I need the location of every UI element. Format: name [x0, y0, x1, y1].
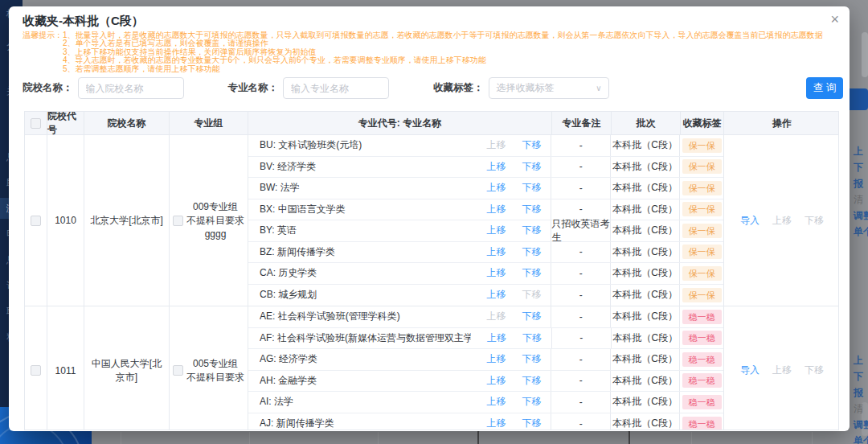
major-remark: - [551, 178, 611, 199]
row-checkbox-cell [25, 135, 47, 306]
chevron-down-icon: ∨ [596, 84, 601, 92]
college-name-input[interactable] [78, 77, 184, 99]
close-icon[interactable]: × [830, 12, 839, 27]
move-up-link[interactable]: 上移 [486, 245, 506, 259]
favorite-tag-cell: 稳一稳 [680, 349, 723, 370]
major-row: AJ: 新闻传播学类上移下移-本科批（C段）稳一稳 [248, 413, 723, 431]
modal-title: 收藏夹-本科批（C段） [23, 14, 144, 29]
major-group-cell: 009专业组不提科目要求gggg [170, 135, 248, 306]
favorite-tag-select[interactable]: 选择收藏标签 ∨ [489, 77, 609, 99]
background-link: 报 [854, 386, 863, 400]
move-down-link[interactable]: 下移 [522, 352, 541, 366]
major-batch: 本科批（C段） [611, 178, 680, 199]
move-down-link[interactable]: 下移 [522, 331, 542, 345]
move-down-link[interactable]: 下移 [522, 138, 541, 152]
background-link: 单个 [854, 434, 868, 444]
group-checkbox[interactable] [173, 216, 183, 226]
major-batch: 本科批（C段） [611, 242, 680, 263]
major-remark: - [551, 135, 611, 156]
major-batch: 本科批（C段） [611, 349, 680, 370]
major-name: AH: 金融学类 [260, 374, 470, 388]
move-down-link[interactable]: 下移 [522, 203, 541, 216]
move-up-link[interactable]: 上移 [486, 266, 506, 280]
move-up-link[interactable]: 上移 [486, 417, 506, 430]
major-batch: 本科批（C段） [611, 263, 680, 284]
query-button[interactable]: 查 询 [806, 77, 843, 99]
move-up-link[interactable]: 上移 [486, 224, 506, 237]
background-table-line [378, 432, 379, 444]
major-name-input[interactable] [283, 77, 389, 99]
group-operations: 导入上移下移 [724, 135, 839, 306]
page-scrollbar-thumb[interactable] [862, 32, 868, 77]
major-remark: 只招收英语考生 [551, 220, 611, 241]
move-up-link[interactable]: 上移 [486, 352, 506, 366]
move-down-link[interactable]: 下移 [522, 310, 541, 323]
favorite-tag: 保一保 [682, 224, 722, 238]
major-group-text: 005专业组不提科目要求 [186, 357, 244, 384]
move-down-link[interactable]: 下移 [522, 160, 541, 174]
tips-lines: 1、批量导入时，若是收藏的志愿数大于可填报的志愿数量，只导入截取到可填报数量的志… [63, 31, 838, 73]
favorite-tag-cell: 稳一稳 [680, 413, 723, 431]
background-link: 上 [854, 145, 863, 158]
major-row: BW: 法学上移下移-本科批（C段）保一保 [248, 178, 723, 199]
move-up-link[interactable]: 上移 [486, 181, 506, 195]
major-group-cell: 005专业组不提科目要求 [170, 306, 248, 430]
import-link[interactable]: 导入 [740, 364, 760, 377]
move-up-link[interactable]: 上移 [486, 160, 506, 174]
favorite-tag-cell: 保一保 [680, 135, 723, 156]
favorite-tag: 稳一稳 [682, 373, 722, 388]
background-link: 报 [854, 177, 863, 191]
major-name-cell: AF: 社会科学试验班(新媒体运营与数据管理双主学位项目)上移下移 [248, 328, 552, 349]
table-group: 1011中国人民大学[北京市]005专业组不提科目要求AE: 社会科学试验班(管… [25, 306, 838, 430]
major-row: CA: 历史学类上移下移-本科批（C段）保一保 [248, 263, 723, 285]
major-name: BU: 文科试验班类(元培) [260, 138, 470, 152]
move-up-link[interactable]: 上移 [486, 374, 506, 388]
move-down-link[interactable]: 下移 [522, 266, 541, 280]
move-down-link[interactable]: 下移 [522, 181, 541, 195]
favorite-tag: 保一保 [682, 138, 722, 153]
background-table-line [121, 432, 121, 444]
move-down-link[interactable]: 下移 [522, 395, 541, 409]
major-row: BV: 经济学类上移下移-本科批（C段）保一保 [248, 157, 723, 179]
favorite-tag-cell: 稳一稳 [680, 392, 723, 413]
move-down-link[interactable]: 下移 [522, 245, 541, 259]
header-batch: 批次 [612, 112, 681, 134]
college-name-label: 院校名称： [23, 81, 73, 95]
favorite-tag-select-placeholder: 选择收藏标签 [497, 81, 555, 95]
group-checkbox[interactable] [173, 365, 183, 376]
favorite-tag: 稳一稳 [682, 352, 722, 367]
tip-line: 3、上移下移功能仅支持当前操作结果，关闭弹窗后顺序将恢复为初始值 [63, 48, 838, 56]
table-group: 1010北京大学[北京市]009专业组不提科目要求ggggBU: 文科试验班类(… [25, 135, 838, 306]
move-up-link: 上移 [486, 138, 506, 152]
favorite-tag-cell: 保一保 [680, 285, 723, 306]
row-checkbox[interactable] [31, 365, 41, 376]
table-body: 1010北京大学[北京市]009专业组不提科目要求ggggBU: 文科试验班类(… [25, 135, 838, 430]
major-remark: - [551, 413, 611, 431]
select-all-checkbox[interactable] [31, 118, 41, 129]
row-checkbox-cell [25, 306, 47, 430]
move-down-link[interactable]: 下移 [522, 224, 541, 237]
background-link: 调整 [854, 209, 868, 223]
group-move-down-link: 下移 [805, 214, 824, 228]
major-row: CB: 城乡规划上移下移-本科批（C段）保一保 [248, 285, 723, 306]
move-up-link[interactable]: 上移 [486, 288, 506, 302]
move-down-link[interactable]: 下移 [522, 374, 541, 388]
major-remark: - [551, 306, 611, 327]
major-name-cell: AE: 社会科学试验班(管理学科类)上移下移 [248, 306, 551, 327]
major-name-cell: AI: 法学上移下移 [248, 392, 551, 413]
row-checkbox[interactable] [31, 216, 41, 226]
major-remark: - [551, 392, 611, 413]
major-row: BU: 文科试验班类(元培)上移下移-本科批（C段）保一保 [248, 135, 723, 157]
major-name: BY: 英语 [260, 224, 470, 237]
major-row: BY: 英语上移下移只招收英语考生本科批（C段）保一保 [248, 220, 723, 242]
college-name: 中国人民大学[北京市] [84, 306, 170, 430]
tip-line: 1、批量导入时，若是收藏的志愿数大于可填报的志愿数量，只导入截取到可填报数量的志… [63, 31, 838, 39]
favorite-tag-cell: 保一保 [680, 199, 723, 220]
move-up-link[interactable]: 上移 [486, 203, 506, 216]
header-operation: 操作 [724, 112, 839, 134]
favorite-tag-label: 收藏标签： [433, 81, 484, 95]
move-down-link[interactable]: 下移 [522, 417, 541, 430]
move-up-link[interactable]: 上移 [486, 395, 506, 409]
import-link[interactable]: 导入 [740, 214, 760, 228]
move-up-link[interactable]: 上移 [487, 331, 506, 345]
